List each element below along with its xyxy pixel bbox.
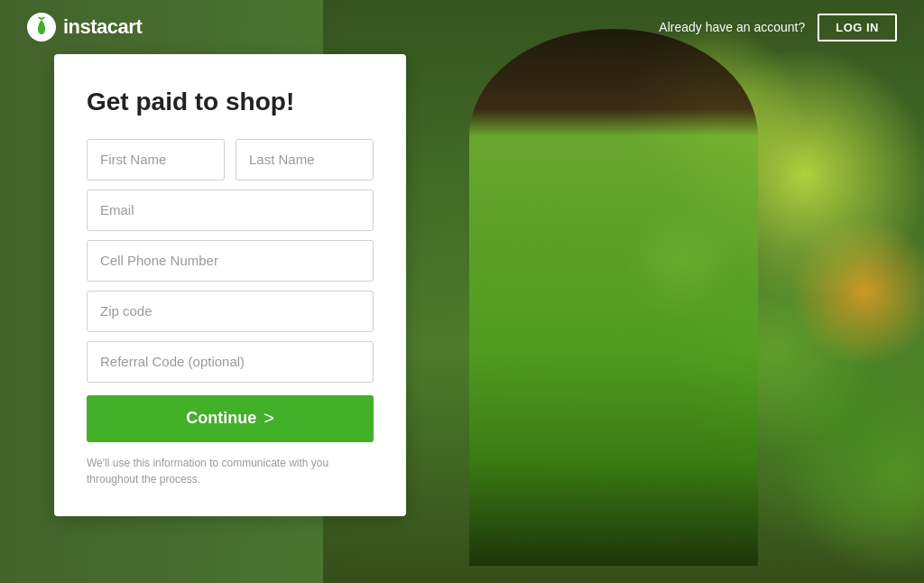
phone-input[interactable]	[87, 240, 374, 282]
login-button[interactable]: LOG IN	[818, 14, 897, 42]
person-image	[469, 29, 758, 565]
header: instacart Already have an account? LOG I…	[0, 0, 924, 54]
last-name-input[interactable]	[236, 139, 374, 180]
header-right: Already have an account? LOG IN	[659, 14, 897, 42]
referral-input[interactable]	[87, 341, 374, 383]
name-row	[87, 139, 374, 180]
already-account-text: Already have an account?	[659, 20, 805, 34]
form-title: Get paid to shop!	[87, 87, 374, 117]
continue-button-label: Continue	[186, 409, 256, 428]
chevron-right-icon: >	[263, 408, 274, 429]
zip-input[interactable]	[87, 291, 374, 332]
signup-form-card: Get paid to shop! Continue > We'll use t…	[54, 54, 406, 516]
continue-button[interactable]: Continue >	[87, 395, 374, 442]
info-text: We'll use this information to communicat…	[87, 455, 374, 487]
logo-area: instacart	[27, 13, 142, 42]
logo-text: instacart	[63, 15, 142, 39]
email-input[interactable]	[87, 190, 374, 231]
first-name-input[interactable]	[87, 139, 225, 180]
instacart-logo-icon	[27, 13, 56, 42]
